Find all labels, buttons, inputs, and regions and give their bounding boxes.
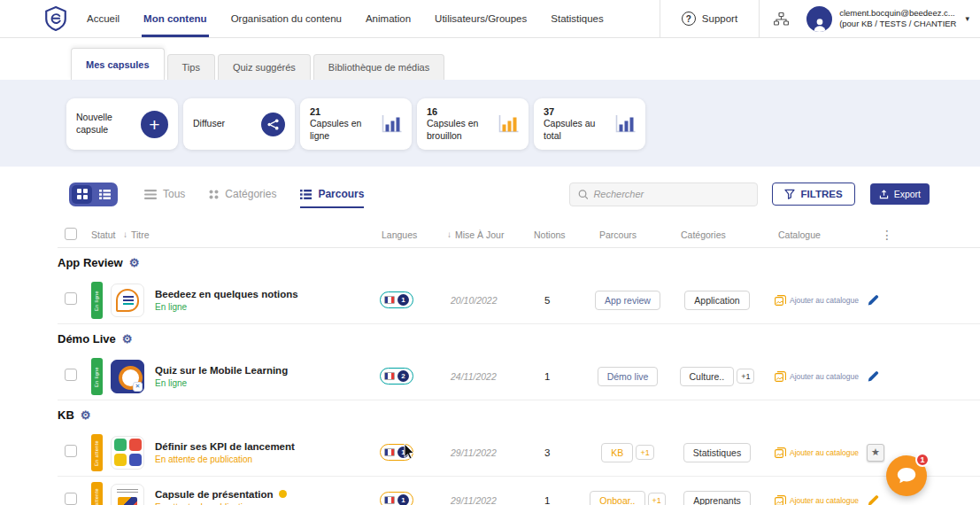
support-button[interactable]: ? Support: [660, 12, 759, 26]
gear-icon[interactable]: ⚙: [122, 332, 133, 346]
bar-chart-icon: [381, 115, 402, 134]
header-titre[interactable]: ↓Titre: [111, 229, 376, 240]
parcours-more-pill[interactable]: +1: [636, 445, 653, 460]
flag-icon: [384, 296, 395, 304]
row-checkbox[interactable]: [65, 493, 77, 505]
table-row[interactable]: En attente Définir ses KPI de lancement …: [58, 429, 980, 477]
table-row[interactable]: En attente Capsule de présentation En at…: [58, 477, 980, 505]
language-badge[interactable]: 1: [380, 444, 413, 461]
search-input[interactable]: [593, 189, 748, 199]
navbar-right: ? Support clement.bocquin@beedeez.c... (…: [660, 0, 980, 37]
gear-icon[interactable]: ⚙: [129, 256, 140, 269]
nav-item-utilisateurs[interactable]: Utilisateurs/Groupes: [435, 0, 527, 37]
tab-mes-capsules[interactable]: Mes capsules: [71, 48, 165, 80]
sort-desc-icon: ↓: [123, 229, 127, 239]
row-checkbox[interactable]: [65, 292, 77, 305]
header-catalogue[interactable]: Catalogue: [766, 229, 865, 240]
notions-count: 5: [532, 295, 587, 306]
new-capsule-label: Nouvelle capsule: [76, 112, 141, 136]
filter-tabs: Tous Catégories Parcours: [144, 188, 364, 200]
tab-tips[interactable]: Tips: [167, 54, 215, 80]
catalogue-label: Ajouter au catalogue: [790, 296, 859, 305]
row-checkbox[interactable]: [65, 445, 77, 457]
edit-icon[interactable]: [867, 294, 879, 307]
filter-tab-categories[interactable]: Catégories: [209, 188, 276, 200]
group-name: KB: [58, 408, 74, 422]
capsule-title: Capsule de présentation: [155, 489, 274, 500]
nav-item-organisation[interactable]: Organisation du contenu: [231, 0, 342, 37]
add-to-catalogue-button[interactable]: Ajouter au catalogue: [766, 447, 865, 458]
new-capsule-card[interactable]: Nouvelle capsule +: [66, 98, 178, 150]
beedeez-logo-icon[interactable]: [44, 0, 67, 37]
catalogue-label: Ajouter au catalogue: [790, 448, 859, 457]
capsules-total-card[interactable]: 37 Capsules au total: [534, 98, 645, 150]
category-pill[interactable]: Apprenants: [683, 491, 751, 505]
header-parcours[interactable]: Parcours: [587, 229, 668, 240]
nav-item-accueil[interactable]: Accueil: [87, 0, 120, 37]
language-count: 2: [397, 370, 409, 382]
group-name: App Review: [58, 256, 123, 269]
kebab-menu-icon[interactable]: ⋮: [865, 228, 893, 242]
rows-icon: [144, 190, 157, 199]
gear-icon[interactable]: ⚙: [81, 408, 91, 422]
category-more-pill[interactable]: +1: [737, 369, 754, 384]
diffuser-card[interactable]: Diffuser: [183, 98, 295, 150]
row-checkbox[interactable]: [65, 369, 77, 381]
catalogue-icon: [775, 371, 786, 382]
grid-view-icon[interactable]: [72, 185, 92, 204]
export-button[interactable]: Export: [870, 183, 930, 205]
parcours-more-pill[interactable]: +1: [648, 493, 666, 505]
filters-button[interactable]: FILTRES: [772, 183, 855, 206]
table-row[interactable]: En ligne Beedeez en quelques notions En …: [58, 276, 980, 324]
add-to-catalogue-button[interactable]: Ajouter au catalogue: [766, 295, 865, 306]
category-pill[interactable]: Culture..: [680, 367, 735, 386]
chat-launcher[interactable]: 1: [886, 455, 927, 496]
view-toggle: [69, 183, 118, 206]
flag-icon: [384, 372, 395, 380]
tab-bibliotheque-medias[interactable]: Bibliothèque de médias: [313, 54, 444, 80]
filter-tab-tous[interactable]: Tous: [144, 188, 185, 200]
parcours-pill[interactable]: Démo live: [598, 367, 659, 386]
add-to-catalogue-button[interactable]: Ajouter au catalogue: [766, 371, 865, 382]
nav-item-mon-contenu[interactable]: Mon contenu: [143, 0, 207, 37]
table-row[interactable]: En ligne ✕ Quiz sur le Mobile Learning E…: [58, 353, 980, 400]
language-badge[interactable]: 1: [380, 492, 413, 505]
list-view-icon[interactable]: [95, 185, 115, 204]
category-pill[interactable]: Statistiques: [683, 443, 751, 462]
favorite-star-icon[interactable]: ★: [867, 444, 884, 462]
sort-desc-icon: ↓: [447, 229, 451, 239]
avatar: [806, 6, 832, 32]
nav-item-statistiques[interactable]: Statistiques: [551, 0, 603, 37]
capsules-brouillon-card[interactable]: 16 Capsules en brouillon: [417, 98, 529, 150]
flag-icon: [384, 496, 395, 504]
header-statut[interactable]: Statut: [91, 229, 111, 240]
edit-icon[interactable]: [867, 494, 879, 505]
account-menu[interactable]: clement.bocquin@beedeez.c... (pour KB / …: [803, 6, 980, 32]
edit-icon[interactable]: [867, 370, 879, 383]
header-mise-a-jour[interactable]: ↓Mise À Jour: [447, 229, 532, 240]
language-count: 1: [397, 447, 409, 458]
list-toolbar: Tous Catégories Parcours FILTRES Export: [0, 167, 980, 221]
filter-tab-label: Tous: [163, 188, 185, 200]
org-network-icon[interactable]: [760, 12, 803, 26]
parcours-pill[interactable]: KB: [601, 443, 633, 462]
language-badge[interactable]: 2: [380, 368, 413, 385]
filter-tab-parcours[interactable]: Parcours: [300, 188, 364, 200]
add-to-catalogue-button[interactable]: Ajouter au catalogue: [766, 495, 865, 505]
capsules-en-ligne-card[interactable]: 21 Capsules en ligne: [300, 98, 412, 150]
draft-count: 16: [427, 106, 498, 117]
category-pill[interactable]: Application: [684, 291, 749, 310]
updated-date: 29/11/2022: [447, 447, 532, 458]
capsule-status-text: En attente de publication: [155, 454, 295, 464]
tab-quiz-suggeres[interactable]: Quiz suggérés: [218, 54, 311, 80]
catalogue-icon: [775, 495, 786, 505]
parcours-pill[interactable]: App review: [595, 291, 660, 310]
capsule-status-text: En ligne: [155, 302, 298, 312]
header-categories[interactable]: Catégories: [668, 229, 766, 240]
header-langues[interactable]: Langues: [376, 229, 447, 240]
header-notions[interactable]: Notions: [532, 229, 587, 240]
nav-item-animation[interactable]: Animation: [366, 0, 411, 37]
select-all-checkbox[interactable]: [65, 228, 77, 240]
parcours-pill[interactable]: Onboar..: [590, 491, 644, 505]
language-badge[interactable]: 1: [380, 291, 413, 308]
